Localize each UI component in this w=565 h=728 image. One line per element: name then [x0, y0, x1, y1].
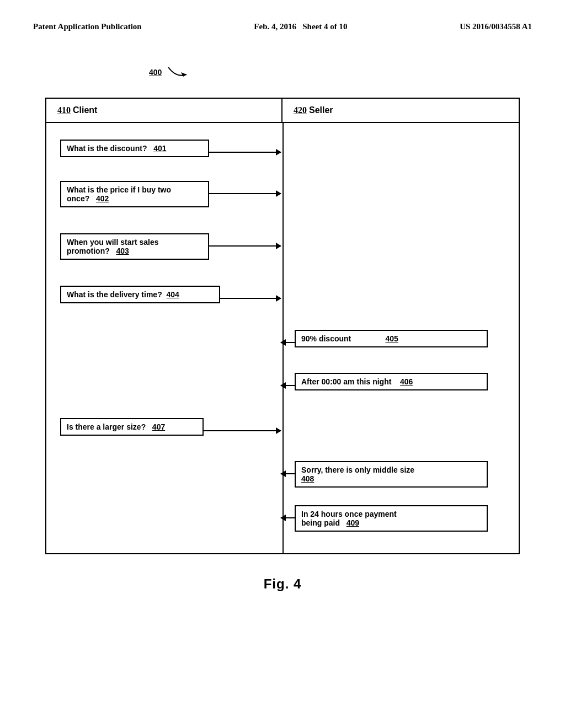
arrow-403 [209, 245, 281, 247]
arrow-402 [209, 193, 281, 194]
header-right: US 2016/0034558 A1 [460, 22, 532, 31]
arrow-408 [281, 473, 295, 474]
msg-402: What is the price if I buy twoonce? 402 [60, 181, 209, 207]
ref-407: 407 [152, 422, 165, 431]
msg-403-text: When you will start salespromotion? [67, 238, 159, 255]
msg-408-text: Sorry, there is only middle size [301, 465, 414, 474]
ref-406: 406 [400, 377, 413, 386]
msg-405: 90% discount 405 [295, 330, 488, 347]
arrow-406 [281, 385, 295, 386]
ref-400-label: 400 [149, 68, 162, 77]
header-date: Feb. 4, 2016 Sheet 4 of 10 [254, 22, 347, 31]
msg-405-text: 90% discount [301, 334, 351, 343]
ref-409: 409 [347, 518, 359, 527]
seller-label-number: 420 [294, 105, 307, 115]
msg-401: What is the discount? 401 [60, 140, 209, 157]
msg-401-text: What is the discount? [67, 144, 147, 153]
msg-404-text: What is the delivery time? [67, 290, 162, 299]
seller-label-text: Seller [309, 105, 333, 115]
figure-ref-400: 400 [149, 65, 532, 81]
column-divider [282, 123, 284, 553]
msg-404: What is the delivery time? 404 [60, 286, 220, 303]
ref-401: 401 [153, 144, 166, 153]
header: Patent Application Publication Feb. 4, 2… [33, 22, 532, 31]
msg-408: Sorry, there is only middle size 408 [295, 461, 488, 488]
diagram-content: What is the discount? 401 What is the pr… [46, 123, 519, 553]
diagram: 410 Client 420 Seller What is the discou… [45, 98, 520, 554]
ref-402: 402 [96, 194, 109, 203]
msg-407: Is there a larger size? 407 [60, 418, 204, 436]
ref-404: 404 [167, 290, 179, 299]
arrow-401 [209, 152, 281, 153]
ref-403: 403 [116, 247, 129, 255]
msg-406-text: After 00:00 am this night [301, 377, 391, 386]
msg-409: In 24 hours once paymentbeing paid 409 [295, 505, 488, 532]
msg-403: When you will start salespromotion? 403 [60, 233, 209, 260]
header-left: Patent Application Publication [33, 22, 142, 31]
arrow-400-icon [166, 65, 193, 81]
client-column-header: 410 Client [46, 99, 282, 122]
msg-406: After 00:00 am this night 406 [295, 373, 488, 390]
seller-column-header: 420 Seller [282, 99, 519, 122]
client-label-text: Client [73, 105, 97, 115]
arrow-404 [220, 298, 281, 299]
ref-408: 408 [301, 474, 314, 483]
ref-405: 405 [385, 334, 398, 343]
msg-402-text: What is the price if I buy twoonce? [67, 185, 171, 203]
arrow-409 [281, 517, 295, 518]
fig-caption: Fig. 4 [33, 576, 532, 592]
arrow-405 [281, 342, 295, 343]
arrow-407 [204, 430, 281, 431]
diagram-header: 410 Client 420 Seller [46, 99, 519, 123]
msg-407-text: Is there a larger size? [67, 422, 146, 431]
client-label-number: 410 [57, 105, 71, 115]
page: Patent Application Publication Feb. 4, 2… [0, 0, 565, 728]
